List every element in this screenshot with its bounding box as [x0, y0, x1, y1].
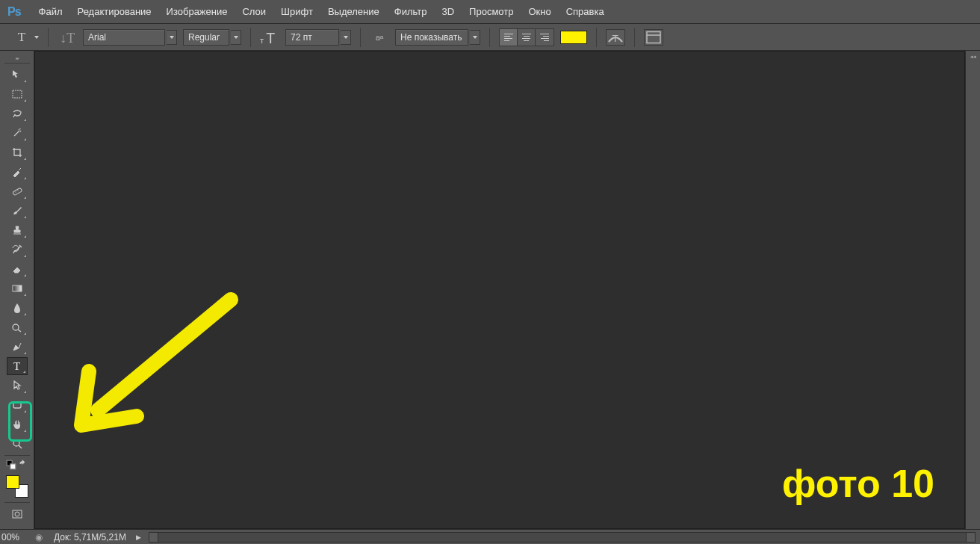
swap-colors-button[interactable]: [18, 460, 28, 470]
crop-icon: [11, 146, 23, 158]
doc-size-value: 5,71M/5,21M: [74, 532, 126, 543]
path-select-tool[interactable]: [7, 377, 28, 395]
panel-expand-icon[interactable]: ◂◂: [970, 54, 976, 60]
menu-file[interactable]: Файл: [31, 3, 70, 20]
pen-icon: [11, 341, 23, 353]
character-panel-button[interactable]: [644, 29, 663, 46]
type-icon: T: [13, 360, 20, 373]
menu-edit[interactable]: Редактирование: [70, 3, 159, 20]
type-tool[interactable]: T: [7, 357, 28, 375]
svg-rect-15: [10, 464, 15, 469]
menu-view[interactable]: Просмотр: [462, 3, 521, 20]
marquee-tool[interactable]: [7, 85, 28, 103]
svg-text:T: T: [266, 30, 275, 46]
svg-point-17: [15, 512, 19, 516]
separator: [48, 28, 49, 47]
wand-icon: [11, 127, 23, 139]
healing-tool[interactable]: [7, 182, 28, 200]
font-weight-dropdown[interactable]: Regular: [183, 29, 241, 46]
lasso-tool[interactable]: [7, 105, 28, 123]
menu-image[interactable]: Изображение: [159, 3, 235, 20]
antialias-field[interactable]: Не показывать: [395, 29, 468, 46]
menu-layers[interactable]: Слои: [235, 3, 273, 20]
brush-tool[interactable]: [7, 202, 28, 220]
menu-type[interactable]: Шрифт: [273, 3, 320, 20]
font-size-field[interactable]: 72 пт: [285, 29, 339, 46]
history-brush-tool[interactable]: [7, 241, 28, 259]
text-orientation-icon[interactable]: ↓T: [58, 28, 77, 46]
chevron-down-icon[interactable]: [167, 30, 177, 45]
antialias-dropdown[interactable]: Не показывать: [395, 29, 480, 46]
font-size-dropdown[interactable]: 72 пт: [285, 29, 351, 46]
warp-text-button[interactable]: T: [606, 29, 625, 46]
crop-tool[interactable]: [7, 143, 28, 161]
menu-select[interactable]: Выделение: [320, 3, 387, 20]
svg-rect-7: [12, 188, 22, 195]
font-weight-field[interactable]: Regular: [183, 29, 229, 46]
lasso-icon: [11, 108, 23, 120]
horizontal-scrollbar[interactable]: [149, 532, 976, 543]
wand-tool[interactable]: [7, 124, 28, 142]
status-flyout-icon[interactable]: ▶: [134, 534, 144, 541]
chevron-down-icon[interactable]: [341, 30, 351, 45]
svg-point-9: [17, 190, 18, 191]
app-logo: Ps: [7, 5, 21, 19]
svg-text:T: T: [612, 33, 618, 44]
stamp-tool[interactable]: [7, 221, 28, 239]
svg-rect-6: [13, 90, 22, 98]
quick-mask-icon: [11, 508, 23, 520]
text-color-swatch[interactable]: [560, 31, 587, 44]
default-colors-icon: [6, 459, 16, 471]
text-tool-icon[interactable]: T: [12, 28, 31, 46]
quick-mask-button[interactable]: [7, 505, 28, 523]
eraser-tool[interactable]: [7, 260, 28, 278]
pen-tool[interactable]: [7, 338, 28, 356]
svg-text:т: т: [260, 36, 264, 45]
panel-grip-icon[interactable]: [3, 54, 31, 61]
gradient-icon: [11, 282, 23, 294]
font-size-icon: тT: [260, 28, 279, 46]
tool-preset-dropdown-icon[interactable]: [34, 36, 39, 39]
move-icon: [11, 69, 23, 81]
arrow-cursor-icon: [11, 380, 23, 392]
svg-rect-4: [647, 31, 660, 43]
zoom-level[interactable]: 00%: [1, 532, 31, 543]
bandage-icon: [11, 185, 23, 197]
document-size-label[interactable]: Док: 5,71M/5,21M: [46, 532, 134, 543]
font-family-field[interactable]: Arial: [83, 29, 165, 46]
align-right-button[interactable]: [536, 29, 553, 46]
stamp-icon: [11, 224, 23, 236]
annotation-arrow-icon: [53, 291, 240, 440]
color-wells[interactable]: [6, 475, 28, 498]
menu-help[interactable]: Справка: [559, 3, 612, 20]
move-tool[interactable]: [7, 66, 28, 84]
align-left-icon: [504, 34, 513, 41]
separator: [250, 28, 251, 47]
menu-window[interactable]: Окно: [521, 3, 558, 20]
foreground-color-well[interactable]: [6, 475, 19, 489]
menu-3d[interactable]: 3D: [434, 3, 462, 20]
dodge-tool[interactable]: [7, 318, 28, 336]
antialias-icon: aa: [370, 28, 389, 46]
options-bar: T ↓T Arial Regular тT 72 пт aa Не показы…: [0, 24, 980, 51]
menu-filter[interactable]: Фильтр: [387, 3, 435, 20]
align-center-button[interactable]: [518, 29, 536, 46]
chevron-down-icon[interactable]: [231, 30, 241, 45]
separator: [596, 28, 597, 47]
panel-icon: [645, 28, 663, 46]
eyedropper-tool[interactable]: [7, 163, 28, 181]
tools-panel: T: [0, 51, 34, 529]
align-left-button[interactable]: [500, 29, 518, 46]
dodge-icon: [11, 321, 23, 333]
blur-tool[interactable]: [7, 299, 28, 317]
chevron-down-icon[interactable]: [470, 30, 480, 45]
swap-colors-icon: [18, 459, 28, 471]
gradient-tool[interactable]: [7, 279, 28, 297]
default-colors-button[interactable]: [6, 460, 16, 470]
separator: [489, 28, 490, 47]
right-panel-collapsed[interactable]: ◂◂: [965, 51, 980, 529]
annotation-highlight: [8, 401, 32, 442]
annotation-caption: фото 10: [782, 461, 934, 506]
canvas-area[interactable]: фото 10: [34, 51, 965, 529]
font-family-dropdown[interactable]: Arial: [83, 29, 177, 46]
